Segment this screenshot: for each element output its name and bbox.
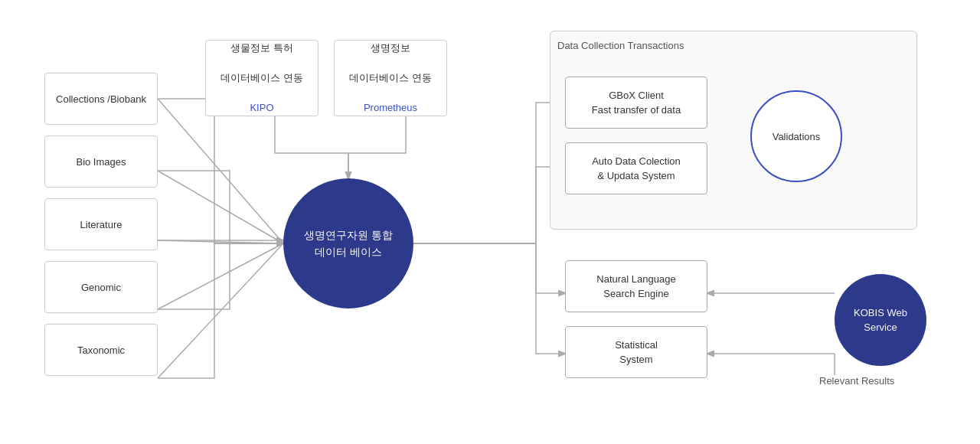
kobis-circle: KOBIS WebService [835,274,926,366]
inner-box-gbox: GBoX ClientFast transfer of data [565,77,707,129]
bottom-right-boxes-container: Natural LanguageSearch Engine Statistica… [565,260,707,378]
bottom-box-statistical: StatisticalSystem [565,326,707,378]
left-boxes-container: Collections /Biobank Bio Images Literatu… [44,73,158,376]
left-box-bio-images: Bio Images [44,135,158,188]
central-circle: 생명연구자원 통합데이터 베이스 [283,178,413,309]
bottom-box-nlse: Natural LanguageSearch Engine [565,260,707,312]
inner-box-auto-data: Auto Data Colection& Updata System [565,142,707,194]
left-box-genomic: Genomic [44,261,158,313]
svg-line-1 [158,171,283,243]
inner-boxes-container: GBoX ClientFast transfer of data Auto Da… [565,77,707,194]
svg-line-0 [158,99,283,243]
relevant-results-label: Relevant Results [819,375,894,387]
diagram-container: Collections /Biobank Bio Images Literatu… [0,0,980,444]
left-box-collections: Collections /Biobank [44,73,158,125]
top-boxes-container: 생물정보 특허 데이터베이스 연동 KIPO 생명정보 데이터베이스 연동 Pr… [205,40,447,116]
svg-line-3 [158,243,283,309]
svg-line-4 [158,243,283,378]
top-box-prometheus: 생명정보 데이터베이스 연동 Prometheus [334,40,447,116]
left-box-literature: Literature [44,198,158,250]
data-collection-title: Data Collection Transactions [557,40,684,51]
left-box-taxonomic: Taxonomic [44,324,158,376]
validations-circle: Validations [750,90,842,182]
top-box-kipo: 생물정보 특허 데이터베이스 연동 KIPO [205,40,318,116]
svg-line-2 [158,240,283,243]
